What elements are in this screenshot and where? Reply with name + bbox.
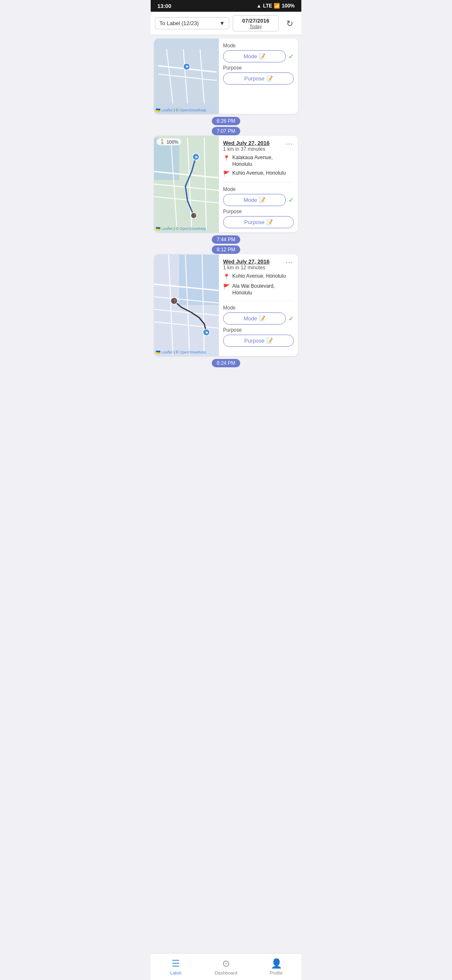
check-icon-2: ✓: [288, 315, 294, 322]
from-text-1: Kalakaua Avenue, Honolulu: [232, 155, 294, 168]
purpose-label-partial: Purpose: [223, 65, 294, 71]
time-812-text: 8:12 PM: [212, 245, 241, 254]
date-main: 07/27/2016: [237, 18, 274, 24]
trip-map-2: 📍 ⚑ 🇺🇦 Leaflet | © OpenStreetMap: [154, 254, 219, 356]
purpose-button-1[interactable]: Purpose 📝: [223, 216, 294, 228]
more-button-2[interactable]: ⋯: [285, 258, 294, 266]
mode-row-1: Mode 📝 ✓: [223, 194, 294, 206]
more-button-1[interactable]: ⋯: [285, 140, 294, 147]
time-744-text: 7:44 PM: [212, 235, 241, 244]
svg-text:📍: 📍: [172, 299, 177, 304]
trip-info-1: Wed July 27, 2016 1 km in 37 minutes ⋯ 📍…: [219, 136, 298, 232]
trip-card-1: 🚶 100% ⚑ 📍: [154, 136, 298, 232]
time-707-text: 7:07 PM: [212, 127, 241, 135]
walk-badge-1: 🚶 100%: [157, 138, 181, 145]
leaflet-credit-2: 🇺🇦 Leaflet | © OpenStreetMap: [156, 350, 206, 354]
purpose-section-partial: Purpose Purpose 📝: [223, 65, 294, 85]
mode-section-partial: Mode Mode 📝 ✓: [223, 43, 294, 62]
chevron-down-icon: ▼: [219, 20, 225, 26]
top-bar: To Label (12/23) ▼ 07/27/2016 Today ↻: [151, 12, 301, 35]
scroll-area: ⚑ 🇺🇦 Leaflet | © OpenStreetMap Mode Mode…: [151, 35, 301, 401]
trip-header-1: Wed July 27, 2016 1 km in 37 minutes ⋯: [223, 140, 294, 152]
status-time: 13:00: [157, 3, 171, 9]
trip-info-partial: Mode Mode 📝 ✓ Purpose Purpose 📝: [219, 39, 298, 114]
trip-duration-2: 1 km in 12 minutes: [223, 265, 270, 271]
check-icon-1: ✓: [288, 196, 294, 204]
battery-label: 100%: [282, 3, 295, 9]
mode-button-2[interactable]: Mode 📝: [223, 312, 286, 325]
leaflet-link: 🇺🇦 Leaflet: [156, 108, 173, 112]
svg-text:⚑: ⚑: [185, 65, 189, 69]
trip-date-1: Wed July 27, 2016: [223, 140, 270, 146]
status-bar: 13:00 ▲ LTE 📶 100%: [151, 0, 301, 12]
date-selector[interactable]: 07/27/2016 Today: [233, 15, 279, 31]
time-label-626: 6:26 PM: [154, 117, 298, 124]
mode-row-partial: Mode 📝 ✓: [223, 50, 294, 62]
trip-card-partial: ⚑ 🇺🇦 Leaflet | © OpenStreetMap Mode Mode…: [154, 39, 298, 114]
mode-button-1[interactable]: Mode 📝: [223, 194, 286, 206]
trip-info-2: Wed July 27, 2016 1 km in 12 minutes ⋯ 📍…: [219, 254, 298, 356]
to-location-2: 🚩 Ala Wai Boulevard, Honolulu: [223, 283, 294, 296]
svg-text:📍: 📍: [193, 214, 198, 219]
mode-button-partial[interactable]: Mode 📝: [223, 50, 286, 62]
divider-1: [223, 182, 294, 182]
purpose-button-partial[interactable]: Purpose 📝: [223, 72, 294, 85]
from-text-2: Kuhio Avenue, Honolulu: [232, 273, 286, 280]
label-selector-text: To Label (12/23): [159, 20, 199, 26]
svg-text:⚑: ⚑: [195, 155, 198, 160]
to-text-2: Ala Wai Boulevard, Honolulu: [232, 283, 294, 296]
status-icons: ▲ LTE 📶 100%: [257, 3, 295, 9]
mode-section-1: Mode Mode 📝 ✓: [223, 186, 294, 206]
purpose-button-2[interactable]: Purpose 📝: [223, 335, 294, 347]
label-selector[interactable]: To Label (12/23) ▼: [155, 17, 229, 29]
walk-percent: 100%: [167, 139, 178, 144]
walk-icon: 🚶: [159, 139, 165, 144]
purpose-section-1: Purpose Purpose 📝: [223, 209, 294, 228]
from-location-1: 📍 Kalakaua Avenue, Honolulu: [223, 155, 294, 168]
location-pin-icon-1: 📍: [223, 155, 230, 162]
wifi-icon: ▲: [257, 3, 262, 9]
leaflet-credit-1: 🇺🇦 Leaflet | © OpenStreetMap: [156, 227, 206, 231]
trip-map-1: 🚶 100% ⚑ 📍: [154, 136, 219, 232]
time-label-744: 7:44 PM: [154, 236, 298, 242]
purpose-label-1: Purpose: [223, 209, 294, 214]
osm-link: OpenStreetMap: [180, 108, 206, 112]
from-location-2: 📍 Kuhio Avenue, Honolulu: [223, 273, 294, 281]
purpose-section-2: Purpose Purpose 📝: [223, 327, 294, 347]
date-sub: Today: [237, 24, 274, 29]
mode-label-2: Mode: [223, 305, 294, 311]
mode-row-2: Mode 📝 ✓: [223, 312, 294, 325]
mode-label-partial: Mode: [223, 43, 294, 49]
signal-icon: 📶: [274, 3, 280, 9]
trip-date-2: Wed July 27, 2016: [223, 258, 270, 265]
to-text-1: Kuhio Avenue, Honolulu: [232, 170, 286, 177]
time-label-812: 8:12 PM: [154, 246, 298, 253]
mode-label-1: Mode: [223, 186, 294, 192]
purpose-label-2: Purpose: [223, 327, 294, 333]
time-626-text: 6:26 PM: [212, 117, 241, 125]
to-location-1: 🚩 Kuhio Avenue, Honolulu: [223, 170, 294, 178]
leaflet-credit-partial: 🇺🇦 Leaflet | © OpenStreetMap: [156, 108, 206, 112]
check-icon-partial: ✓: [288, 52, 294, 60]
trip-header-2: Wed July 27, 2016 1 km in 12 minutes ⋯: [223, 258, 294, 271]
time-label-707: 7:07 PM: [154, 127, 298, 134]
svg-rect-22: [179, 255, 219, 305]
flag-icon-2: 🚩: [223, 284, 230, 291]
trip-map-partial: ⚑ 🇺🇦 Leaflet | © OpenStreetMap: [154, 39, 219, 114]
trip-card-2: 📍 ⚑ 🇺🇦 Leaflet | © OpenStreetMap Wed Jul…: [154, 254, 298, 356]
svg-text:⚑: ⚑: [205, 331, 208, 335]
location-pin-icon-2: 📍: [223, 273, 230, 281]
divider-2: [223, 300, 294, 301]
trip-duration-1: 1 km in 37 minutes: [223, 146, 270, 152]
time-824-text: 8:24 PM: [212, 359, 241, 367]
lte-label: LTE: [263, 3, 272, 9]
refresh-button[interactable]: ↻: [282, 16, 297, 31]
mode-section-2: Mode Mode 📝 ✓: [223, 305, 294, 325]
flag-icon-1: 🚩: [223, 170, 230, 178]
time-label-824: 8:24 PM: [154, 359, 298, 366]
